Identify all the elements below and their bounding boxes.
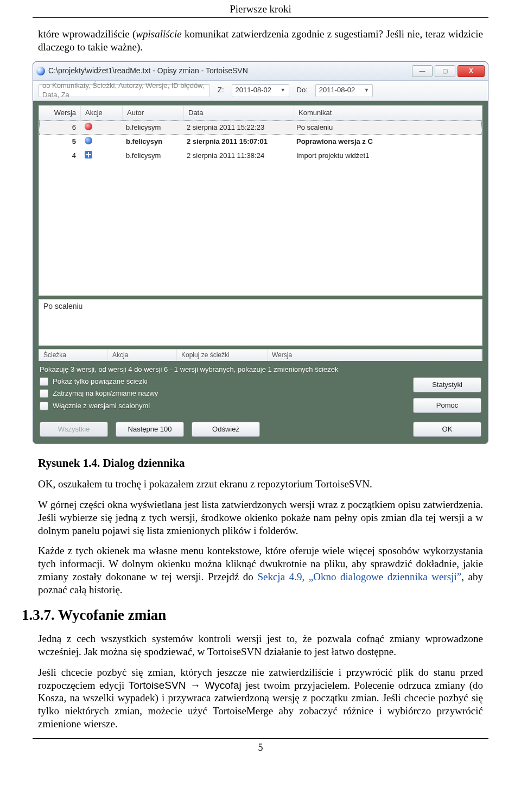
- action-icon: [85, 151, 92, 158]
- section-heading: 1.3.7. Wycofanie zmian: [0, 607, 521, 624]
- body-paragraph: Jedną z cech wszystkich systemów kontrol…: [38, 632, 483, 658]
- maximize-button[interactable]: ▢: [435, 65, 455, 77]
- col-author[interactable]: Autor: [123, 106, 184, 120]
- col-message[interactable]: Komunikat: [294, 106, 482, 120]
- checkbox-icon: [40, 402, 48, 410]
- body-paragraph: OK, oszukałem tu trochę i pokazałem zrzu…: [38, 478, 483, 491]
- revision-list: Wersja Akcje Autor Data Komunikat 6b.fel…: [39, 105, 482, 296]
- filter-bar: oo Komunikaty, Ścieżki, Autorzy, Wersje,…: [33, 81, 488, 101]
- intro-paragraph: które wprowadziliście (wpisaliście komun…: [38, 28, 483, 54]
- table-row[interactable]: 6b.felicysym2 sierpnia 2011 15:22:23Po s…: [39, 120, 482, 135]
- ok-button[interactable]: OK: [413, 422, 481, 437]
- from-label: Z:: [218, 86, 224, 94]
- option-checkbox[interactable]: Zatrzymaj na kopii/zmianie nazwy: [40, 389, 158, 398]
- revision-list-body: 6b.felicysym2 sierpnia 2011 15:22:23Po s…: [39, 120, 482, 295]
- stats-button[interactable]: Statystyki: [413, 377, 481, 392]
- app-icon: [36, 67, 45, 75]
- option-checkbox[interactable]: Włącznie z wersjami scalonymi: [40, 402, 158, 410]
- table-row[interactable]: 4b.felicysym2 sierpnia 2011 11:38:24Impo…: [39, 149, 482, 163]
- figure-caption: Rysunek 1.4. Dialog dziennika: [38, 456, 483, 470]
- close-button[interactable]: X: [458, 65, 485, 77]
- checkbox-icon: [40, 377, 48, 386]
- body-paragraph: Każde z tych okienek ma własne menu kont…: [38, 544, 483, 596]
- body-paragraph: W górnej części okna wyświetlana jest li…: [38, 498, 483, 537]
- date-to-input[interactable]: 2011-08-02▼: [315, 84, 373, 97]
- action-icon: [85, 123, 92, 130]
- revision-list-header: Wersja Akcje Autor Data Komunikat: [39, 106, 482, 120]
- option-checkbox[interactable]: Pokaż tylko powiązane ścieżki: [40, 377, 158, 386]
- to-label: Do:: [297, 86, 308, 94]
- body-paragraph: Jeśli chcecie pozbyć się zmian, których …: [38, 666, 483, 731]
- window-title: C:\projekty\widżet1\readMe.txt - Opisy z…: [48, 66, 409, 76]
- minimize-button[interactable]: —: [412, 65, 433, 77]
- refresh-button[interactable]: Odśwież: [192, 422, 260, 437]
- search-input[interactable]: oo Komunikaty, Ścieżki, Autorzy, Wersje,…: [39, 84, 210, 97]
- page-number: 5: [0, 739, 521, 757]
- chevron-down-icon: ▼: [364, 87, 369, 93]
- log-dialog-screenshot: C:\projekty\widżet1\readMe.txt - Opisy z…: [33, 61, 488, 445]
- checkbox-icon: [40, 389, 48, 398]
- section-link[interactable]: Sekcja 4.9, „Okno dialogowe dziennika we…: [257, 571, 461, 582]
- action-icon: [85, 137, 92, 144]
- next-100-button[interactable]: Następne 100: [116, 422, 184, 437]
- changed-paths-header: Ścieżka Akcja Kopiuj ze ścieżki Wersja: [39, 349, 482, 361]
- table-row[interactable]: 5b.felicysyn2 sierpnia 2011 15:07:01Popr…: [39, 135, 482, 149]
- show-all-button[interactable]: Wszystkie: [40, 422, 108, 437]
- col-date[interactable]: Data: [184, 106, 294, 120]
- chevron-down-icon: ▼: [281, 87, 285, 93]
- help-button[interactable]: Pomoc: [413, 398, 481, 413]
- message-pane[interactable]: Po scaleniu: [39, 299, 482, 346]
- status-text: Pokazuję 3 wersji, od wersji 4 do wersji…: [40, 365, 481, 374]
- page-header: Pierwsze kroki: [0, 0, 521, 16]
- col-actions[interactable]: Akcje: [81, 106, 123, 120]
- menu-path: TortoiseSVN → Wycofaj: [129, 680, 242, 691]
- titlebar: C:\projekty\widżet1\readMe.txt - Opisy z…: [33, 62, 488, 81]
- date-from-input[interactable]: 2011-08-02▼: [232, 84, 289, 97]
- col-version[interactable]: Wersja: [39, 106, 81, 120]
